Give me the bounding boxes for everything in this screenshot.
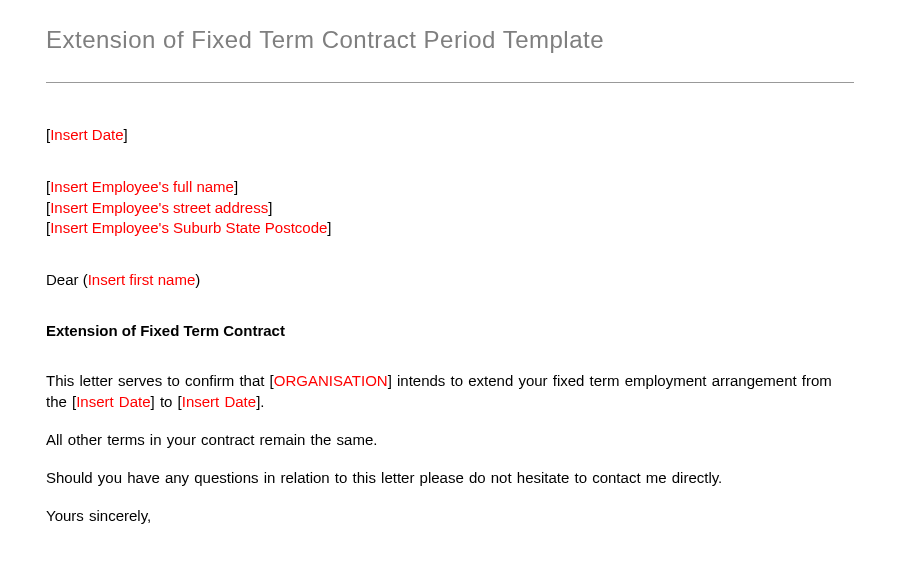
addr3-close: ] [327, 219, 331, 236]
address-line-3: [Insert Employee's Suburb State Postcode… [46, 218, 854, 238]
title-divider [46, 82, 854, 83]
salutation-prefix: Dear ( [46, 271, 88, 288]
paragraph-3: Should you have any questions in relatio… [46, 468, 854, 488]
date-block: [Insert Date] [46, 125, 854, 145]
p1-text-4: ]. [256, 393, 264, 410]
p1-date1-placeholder: Insert Date [76, 393, 150, 410]
closing: Yours sincerely, [46, 506, 854, 526]
date-close-bracket: ] [124, 126, 128, 143]
addr3-placeholder: Insert Employee's Suburb State Postcode [50, 219, 327, 236]
salutation: Dear (Insert first name) [46, 270, 854, 290]
address-line-1: [Insert Employee's full name] [46, 177, 854, 197]
p1-org-placeholder: ORGANISATION [274, 372, 388, 389]
p1-text-1: This letter serves to confirm that [ [46, 372, 274, 389]
paragraph-1: This letter serves to confirm that [ORGA… [46, 371, 854, 412]
p1-text-3: ] to [ [151, 393, 182, 410]
p1-date2-placeholder: Insert Date [182, 393, 256, 410]
addr2-close: ] [268, 199, 272, 216]
subject-line: Extension of Fixed Term Contract [46, 322, 854, 339]
salutation-placeholder: Insert first name [88, 271, 196, 288]
paragraph-2: All other terms in your contract remain … [46, 430, 854, 450]
date-placeholder: Insert Date [50, 126, 123, 143]
addr1-close: ] [234, 178, 238, 195]
address-block: [Insert Employee's full name] [Insert Em… [46, 177, 854, 238]
addr1-placeholder: Insert Employee's full name [50, 178, 234, 195]
page-title: Extension of Fixed Term Contract Period … [46, 26, 854, 54]
addr2-placeholder: Insert Employee's street address [50, 199, 268, 216]
salutation-suffix: ) [195, 271, 200, 288]
address-line-2: [Insert Employee's street address] [46, 198, 854, 218]
